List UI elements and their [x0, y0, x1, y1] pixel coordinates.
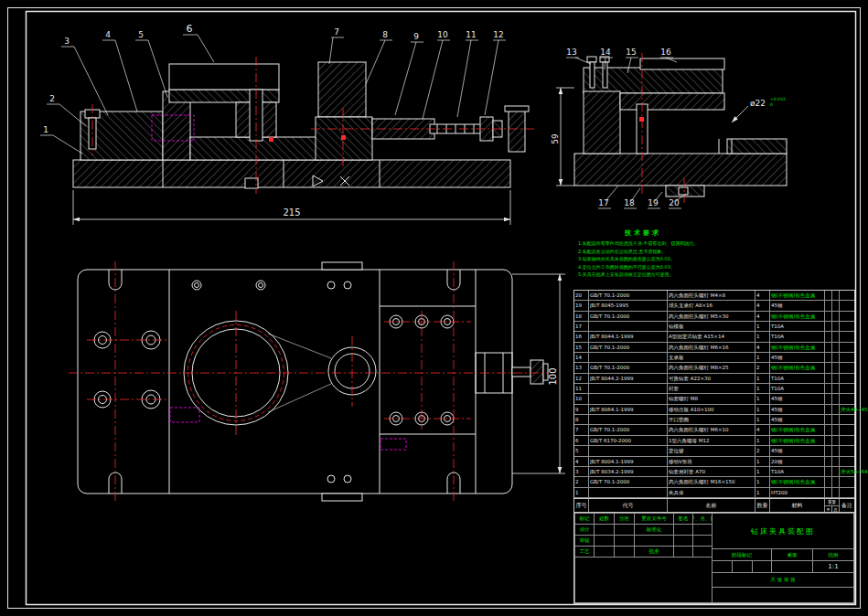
bom-cell-mat: 45钢	[770, 405, 825, 414]
bom-cell-w1	[825, 405, 832, 414]
tb-cell	[712, 587, 854, 603]
bom-row: 12JB/T 8044.2-1999可换钻套 A22×301T10A	[574, 374, 854, 384]
bom-cell-note	[840, 488, 854, 497]
balloon-15: 15	[626, 48, 636, 57]
bom-cell-name: 开口垫圈	[668, 415, 755, 424]
bom-cell-qty: 4	[755, 343, 770, 352]
bom-cell-mat: 钢(不锈钢)有色金属	[770, 477, 825, 486]
bom-cell-w2	[832, 477, 840, 486]
bom-cell-note	[840, 291, 854, 300]
bom-cell-w1	[825, 425, 832, 434]
bom-cell-mat: 钢(不锈钢)有色金属	[770, 291, 825, 300]
bom-cell-note: 淬火58~64HRC	[840, 467, 854, 476]
bom-cell-mat: HT200	[770, 488, 825, 497]
bom-cell-code: JB/T 8034.2-1999	[589, 467, 668, 476]
bom-cell-note	[840, 353, 854, 362]
balloon-19: 19	[648, 198, 659, 207]
bom-cell-code: GB/T 70.1-2000	[589, 343, 668, 352]
tb-sheet: 共 张 第 张	[712, 572, 854, 588]
front-section-view	[73, 62, 529, 188]
bom-cell-code	[589, 384, 668, 393]
bom-cell-w1	[825, 343, 832, 352]
bom-cell-qty: 2	[755, 363, 770, 372]
tech-note-line: 5.夹具在机床上安装后须校正定位面方可使用。	[578, 271, 708, 279]
bom-cell-qty: 4	[755, 291, 770, 300]
bom-cell-w2	[832, 353, 840, 362]
bom-cell-w1	[825, 384, 832, 393]
bom-cell-no: 14	[574, 353, 589, 362]
bom-row: 1夹具体1HT200	[574, 488, 854, 498]
balloon-8: 8	[382, 30, 388, 39]
bom-header-qty: 数量	[755, 499, 770, 512]
bom-cell-note	[840, 343, 854, 352]
bom-cell-no: 2	[574, 477, 589, 486]
bom-header-unit: 单件	[825, 506, 832, 512]
bom-row: 2GB/T 70.1-2000内六角圆柱头螺钉 M16×1501钢(不锈钢)有色…	[574, 477, 854, 487]
dim-side-height: 59	[551, 88, 574, 186]
bom-cell-note	[840, 457, 854, 466]
bom-header-material: 材料	[770, 499, 825, 512]
bom-cell-no: 11	[574, 384, 589, 393]
balloon-20: 20	[669, 198, 680, 207]
bom-cell-w2	[832, 363, 840, 372]
bom-cell-mat: T10A	[770, 467, 825, 476]
bom-cell-note	[840, 415, 854, 424]
balloon-5: 5	[138, 30, 144, 39]
tech-note-line: 1.装配前所有零件均应清洗干净,不得有毛刺、切屑和油污。	[578, 239, 708, 248]
bom-cell-qty: 1	[755, 467, 770, 476]
drawing-sheet: 215 1 2 3 4 5 6 7 8 9 10 11 12	[0, 0, 868, 616]
bom-cell-name: 内六角圆柱头螺钉 M6×10	[668, 425, 755, 434]
bom-cell-no: 18	[574, 312, 589, 321]
tb-cell	[771, 560, 813, 573]
bom-row: 6GB/T 6170-20001型六角螺母 M121钢(不锈钢)有色金属	[574, 436, 854, 446]
bom-cell-code: GB/T 70.1-2000	[589, 291, 668, 300]
bom-header-total: 总计	[832, 506, 839, 512]
bom-row: 14支承板145钢	[574, 353, 854, 363]
dim-front-width: 215	[73, 190, 510, 225]
bom-cell-w2	[832, 343, 840, 352]
balloon-16: 16	[660, 48, 671, 57]
bom-cell-no: 7	[574, 425, 589, 434]
bom-cell-w1	[825, 436, 832, 445]
bom-cell-w2	[832, 322, 840, 331]
bom-cell-w1	[825, 291, 832, 300]
bom-cell-name: 支承板	[668, 353, 755, 362]
bom-cell-note	[840, 394, 854, 403]
bom-cell-w2	[832, 457, 840, 466]
balloon-18: 18	[624, 198, 635, 207]
bom-cell-w2	[832, 405, 840, 414]
bom-cell-code: JB/T 8044.2-1999	[589, 374, 668, 383]
bom-cell-note	[840, 363, 854, 372]
bom-cell-note: 淬火40~45HRC	[840, 405, 854, 414]
bom-cell-w1	[825, 457, 832, 466]
aux-phantom-box	[380, 439, 406, 450]
tb-stage-box	[752, 560, 772, 573]
tb-scale: 比例	[812, 548, 854, 561]
bom-row: 4JB/T 8004.1-1999移动V形块120钢	[574, 457, 854, 467]
bom-row: 10钻套螺钉 M8145钢	[574, 394, 854, 404]
bom-cell-name: 内六角圆柱头螺钉 M4×8	[668, 291, 755, 300]
bom-cell-no: 19	[574, 301, 589, 310]
balloon-7: 7	[334, 27, 339, 37]
bom-row: 15GB/T 70.1-2000内六角圆柱头螺钉 M6×164钢(不锈钢)有色金…	[574, 343, 854, 353]
bom-cell-code: JB/T 8044.1-1999	[589, 332, 668, 341]
bom-cell-w2	[832, 394, 840, 403]
bom-cell-mat: T10A	[770, 384, 825, 393]
bom-cell-w1	[825, 322, 832, 331]
bom-cell-mat: 钢(不锈钢)有色金属	[770, 312, 825, 321]
bom-cell-qty: 1	[755, 353, 770, 362]
bom-cell-qty: 1	[755, 332, 770, 341]
bom-cell-w2	[832, 436, 840, 445]
bom-cell-code	[589, 322, 668, 331]
bom-cell-qty: 1	[755, 457, 770, 466]
bom-cell-note	[840, 446, 854, 455]
bom-cell-name: 定位键	[668, 446, 755, 455]
bom-cell-name: 可换钻套 A22×30	[668, 374, 755, 383]
hole-tol-lower: 0	[770, 102, 773, 107]
bom-cell-code: GB/T 70.1-2000	[589, 363, 668, 372]
bom-cell-no: 3	[574, 467, 589, 476]
bom-cell-mat: 钢(不锈钢)有色金属	[770, 436, 825, 445]
bom-cell-name: 钻模板	[668, 322, 755, 331]
bom-cell-no: 16	[574, 332, 589, 341]
bom-cell-qty: 1	[755, 374, 770, 383]
